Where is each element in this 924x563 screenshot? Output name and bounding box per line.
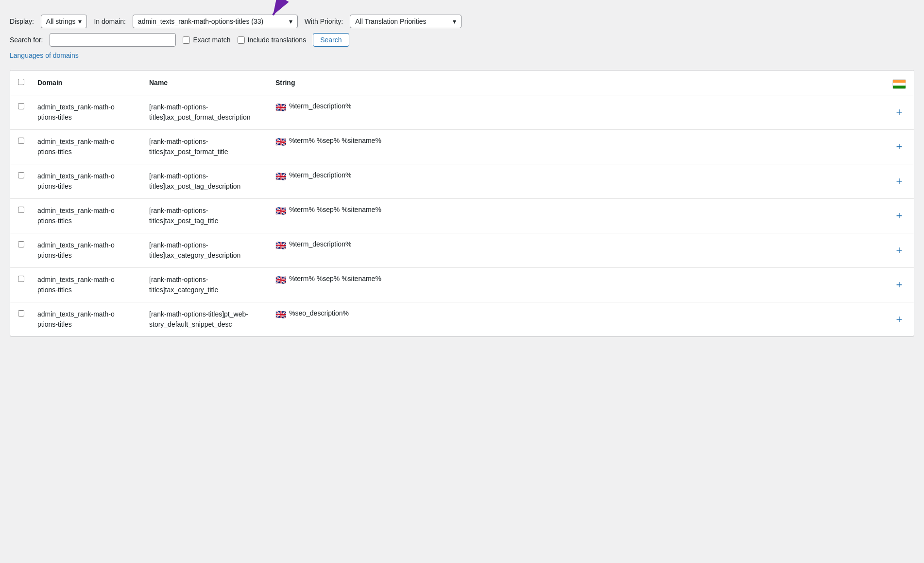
uk-flag-icon: 🇬🇧 (275, 102, 286, 113)
row-name: [rank-math-options-titles]pt_web-story_d… (141, 302, 268, 337)
table-row: admin_texts_rank-math-o​ptions-titles [r… (10, 164, 914, 199)
row-checkbox-cell (10, 164, 30, 199)
header-domain: Domain (30, 70, 141, 95)
row-string: 🇬🇧 %seo_description% (268, 302, 885, 337)
table-row: admin_texts_rank-math-o​ptions-titles [r… (10, 199, 914, 233)
uk-flag-icon: 🇬🇧 (275, 171, 286, 182)
row-name: [rank-math-options-titles]tax_post_forma… (141, 95, 268, 130)
row-domain: admin_texts_rank-math-o​ptions-titles (30, 233, 141, 268)
exact-match-label[interactable]: Exact match (183, 36, 230, 44)
row-string: 🇬🇧 %term% %sep% %sitename% (268, 199, 885, 233)
row-checkbox[interactable] (18, 138, 24, 144)
include-translations-label[interactable]: Include translations (238, 36, 307, 44)
row-checkbox-cell (10, 302, 30, 337)
row-add-translation[interactable]: + (885, 233, 914, 268)
include-translations-checkbox[interactable] (238, 36, 245, 44)
search-button[interactable]: Search (313, 33, 349, 47)
row-checkbox[interactable] (18, 241, 24, 247)
domain-label: In domain: (94, 18, 125, 25)
toolbar-row-2: Search for: Exact match Include translat… (10, 33, 914, 47)
row-name: [rank-math-options-titles]tax_post_tag_t… (141, 199, 268, 233)
row-checkbox-cell (10, 130, 30, 164)
toolbar-row-1: Display: All strings ▾ In domain: admin_… (10, 15, 914, 28)
search-input[interactable] (50, 33, 176, 47)
row-add-translation[interactable]: + (885, 164, 914, 199)
table-row: admin_texts_rank-math-o​ptions-titles [r… (10, 130, 914, 164)
row-checkbox[interactable] (18, 310, 24, 317)
row-string: 🇬🇧 %term% %sep% %sitename% (268, 130, 885, 164)
row-checkbox-cell (10, 268, 30, 302)
exact-match-checkbox[interactable] (183, 36, 190, 44)
row-name: [rank-math-options-titles]tax_category_t… (141, 268, 268, 302)
priority-label: With Priority: (305, 18, 343, 25)
header-india-flag (885, 70, 914, 95)
select-all-checkbox[interactable] (18, 79, 24, 85)
row-name: [rank-math-options-titles]tax_category_d… (141, 233, 268, 268)
header-name: Name (141, 70, 268, 95)
india-flag-icon (892, 79, 906, 89)
row-checkbox[interactable] (18, 276, 24, 282)
table-row: admin_texts_rank-math-o​ptions-titles [r… (10, 233, 914, 268)
header-checkbox-col (10, 70, 30, 95)
row-domain: admin_texts_rank-math-o​ptions-titles (30, 164, 141, 199)
row-domain: admin_texts_rank-math-o​ptions-titles (30, 130, 141, 164)
search-label: Search for: (10, 36, 43, 44)
table-row: admin_texts_rank-math-o​ptions-titles [r… (10, 268, 914, 302)
domain-select[interactable]: admin_texts_rank-math-options-titles (33… (133, 15, 298, 28)
row-string: 🇬🇧 %term_description% (268, 164, 885, 199)
strings-table: Domain Name String admin_texts_rank-math… (10, 70, 914, 336)
row-checkbox-cell (10, 199, 30, 233)
row-add-translation[interactable]: + (885, 130, 914, 164)
row-domain: admin_texts_rank-math-o​ptions-titles (30, 95, 141, 130)
row-name: [rank-math-options-titles]tax_post_forma… (141, 130, 268, 164)
row-string: 🇬🇧 %term_description% (268, 233, 885, 268)
row-name: [rank-math-options-titles]tax_post_tag_d… (141, 164, 268, 199)
row-add-translation[interactable]: + (885, 199, 914, 233)
row-checkbox-cell (10, 233, 30, 268)
table-row: admin_texts_rank-math-o​ptions-titles [r… (10, 302, 914, 337)
row-add-translation[interactable]: + (885, 302, 914, 337)
uk-flag-icon: 🇬🇧 (275, 240, 286, 251)
strings-table-container: Domain Name String admin_texts_rank-math… (10, 70, 914, 337)
row-checkbox[interactable] (18, 103, 24, 109)
domain-chevron-icon: ▾ (289, 18, 292, 25)
uk-flag-icon: 🇬🇧 (275, 275, 286, 285)
arrow-annotation (258, 0, 312, 25)
uk-flag-icon: 🇬🇧 (275, 309, 286, 320)
priority-select[interactable]: All Translation Priorities ▾ (350, 15, 462, 28)
toolbar: Display: All strings ▾ In domain: admin_… (10, 10, 914, 62)
flag-green-stripe (893, 86, 906, 88)
header-string: String (268, 70, 885, 95)
display-value: All strings (46, 18, 76, 25)
priority-chevron-icon: ▾ (453, 18, 456, 25)
row-add-translation[interactable]: + (885, 95, 914, 130)
row-add-translation[interactable]: + (885, 268, 914, 302)
table-body: admin_texts_rank-math-o​ptions-titles [r… (10, 95, 914, 337)
row-string: 🇬🇧 %term_description% (268, 95, 885, 130)
row-domain: admin_texts_rank-math-o​ptions-titles (30, 199, 141, 233)
table-header: Domain Name String (10, 70, 914, 95)
uk-flag-icon: 🇬🇧 (275, 137, 286, 147)
uk-flag-icon: 🇬🇧 (275, 206, 286, 216)
languages-link[interactable]: Languages of domains (10, 52, 79, 59)
row-checkbox[interactable] (18, 172, 24, 178)
row-domain: admin_texts_rank-math-o​ptions-titles (30, 302, 141, 337)
row-string: 🇬🇧 %term% %sep% %sitename% (268, 268, 885, 302)
display-chevron-icon: ▾ (78, 18, 82, 25)
display-select[interactable]: All strings ▾ (41, 15, 87, 28)
row-domain: admin_texts_rank-math-o​ptions-titles (30, 268, 141, 302)
table-row: admin_texts_rank-math-o​ptions-titles [r… (10, 95, 914, 130)
row-checkbox-cell (10, 95, 30, 130)
toolbar-row-3: Languages of domains (10, 52, 914, 59)
priority-value: All Translation Priorities (355, 18, 426, 25)
domain-value: admin_texts_rank-math-options-titles (33… (138, 18, 263, 25)
display-label: Display: (10, 18, 34, 25)
row-checkbox[interactable] (18, 207, 24, 213)
